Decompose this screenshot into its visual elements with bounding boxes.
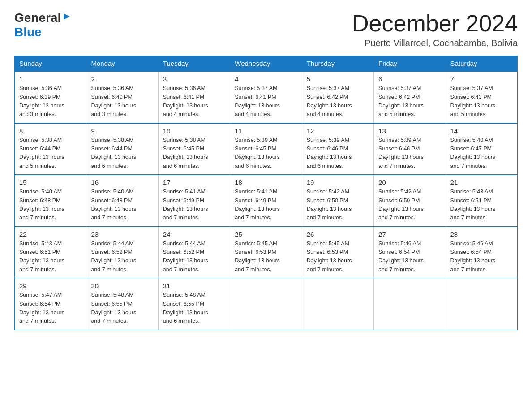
calendar-day-cell: 9 Sunrise: 5:38 AM Sunset: 6:44 PM Dayli… xyxy=(86,123,158,175)
day-number: 31 xyxy=(163,282,225,290)
day-info: Sunrise: 5:48 AM Sunset: 6:55 PM Dayligh… xyxy=(91,291,153,326)
day-number: 11 xyxy=(235,127,297,135)
day-info: Sunrise: 5:37 AM Sunset: 6:41 PM Dayligh… xyxy=(235,84,297,119)
calendar-day-cell: 31 Sunrise: 5:48 AM Sunset: 6:55 PM Dayl… xyxy=(158,278,230,330)
calendar-day-cell xyxy=(446,278,517,330)
calendar-week-row: 1 Sunrise: 5:36 AM Sunset: 6:39 PM Dayli… xyxy=(15,71,518,123)
day-info: Sunrise: 5:45 AM Sunset: 6:53 PM Dayligh… xyxy=(235,240,297,274)
day-info: Sunrise: 5:42 AM Sunset: 6:50 PM Dayligh… xyxy=(378,188,441,223)
day-number: 22 xyxy=(19,231,82,238)
weekday-header-monday: Monday xyxy=(86,56,158,72)
calendar-day-cell: 15 Sunrise: 5:40 AM Sunset: 6:48 PM Dayl… xyxy=(15,175,86,227)
location-subtitle: Puerto Villarroel, Cochabamba, Bolivia xyxy=(352,38,518,48)
day-number: 20 xyxy=(378,179,441,186)
calendar-day-cell: 6 Sunrise: 5:37 AM Sunset: 6:42 PM Dayli… xyxy=(374,71,446,123)
calendar-day-cell: 24 Sunrise: 5:44 AM Sunset: 6:52 PM Dayl… xyxy=(158,227,230,278)
calendar-day-cell: 2 Sunrise: 5:36 AM Sunset: 6:40 PM Dayli… xyxy=(86,71,158,123)
day-number: 18 xyxy=(235,179,297,186)
day-number: 5 xyxy=(307,75,369,83)
day-info: Sunrise: 5:46 AM Sunset: 6:54 PM Dayligh… xyxy=(450,240,513,274)
day-info: Sunrise: 5:40 AM Sunset: 6:47 PM Dayligh… xyxy=(450,136,513,171)
calendar-day-cell: 26 Sunrise: 5:45 AM Sunset: 6:53 PM Dayl… xyxy=(302,227,373,278)
calendar-week-row: 8 Sunrise: 5:38 AM Sunset: 6:44 PM Dayli… xyxy=(15,123,518,175)
day-number: 27 xyxy=(378,231,441,238)
day-number: 29 xyxy=(19,282,82,290)
day-number: 10 xyxy=(163,127,225,135)
calendar-day-cell: 3 Sunrise: 5:36 AM Sunset: 6:41 PM Dayli… xyxy=(158,71,230,123)
day-info: Sunrise: 5:44 AM Sunset: 6:52 PM Dayligh… xyxy=(91,240,153,274)
day-number: 12 xyxy=(307,127,369,135)
calendar-day-cell: 10 Sunrise: 5:38 AM Sunset: 6:45 PM Dayl… xyxy=(158,123,230,175)
calendar-day-cell: 16 Sunrise: 5:40 AM Sunset: 6:48 PM Dayl… xyxy=(86,175,158,227)
day-number: 1 xyxy=(19,75,82,83)
day-info: Sunrise: 5:39 AM Sunset: 6:45 PM Dayligh… xyxy=(235,136,297,171)
calendar-header: SundayMondayTuesdayWednesdayThursdayFrid… xyxy=(15,56,518,72)
day-number: 15 xyxy=(19,179,82,186)
day-info: Sunrise: 5:44 AM Sunset: 6:52 PM Dayligh… xyxy=(163,240,225,274)
calendar-day-cell: 5 Sunrise: 5:37 AM Sunset: 6:42 PM Dayli… xyxy=(302,71,373,123)
calendar-body: 1 Sunrise: 5:36 AM Sunset: 6:39 PM Dayli… xyxy=(15,71,518,330)
calendar-day-cell: 28 Sunrise: 5:46 AM Sunset: 6:54 PM Dayl… xyxy=(446,227,517,278)
calendar-day-cell: 29 Sunrise: 5:47 AM Sunset: 6:54 PM Dayl… xyxy=(15,278,86,330)
calendar-day-cell: 25 Sunrise: 5:45 AM Sunset: 6:53 PM Dayl… xyxy=(230,227,302,278)
day-number: 9 xyxy=(91,127,153,135)
day-number: 17 xyxy=(163,179,225,186)
day-info: Sunrise: 5:38 AM Sunset: 6:44 PM Dayligh… xyxy=(91,136,153,171)
calendar-day-cell: 13 Sunrise: 5:39 AM Sunset: 6:46 PM Dayl… xyxy=(374,123,446,175)
day-number: 14 xyxy=(450,127,513,135)
day-info: Sunrise: 5:38 AM Sunset: 6:45 PM Dayligh… xyxy=(163,136,225,171)
day-number: 13 xyxy=(378,127,441,135)
weekday-header-thursday: Thursday xyxy=(302,56,373,72)
day-info: Sunrise: 5:37 AM Sunset: 6:42 PM Dayligh… xyxy=(307,84,369,119)
logo-general-text: General xyxy=(14,11,61,25)
calendar-table: SundayMondayTuesdayWednesdayThursdayFrid… xyxy=(14,56,518,330)
day-number: 8 xyxy=(19,127,82,135)
day-number: 25 xyxy=(235,231,297,238)
day-number: 30 xyxy=(91,282,153,290)
calendar-day-cell: 4 Sunrise: 5:37 AM Sunset: 6:41 PM Dayli… xyxy=(230,71,302,123)
weekday-header-friday: Friday xyxy=(374,56,446,72)
day-number: 4 xyxy=(235,75,297,83)
day-info: Sunrise: 5:47 AM Sunset: 6:54 PM Dayligh… xyxy=(19,291,82,326)
weekday-header-tuesday: Tuesday xyxy=(158,56,230,72)
calendar-day-cell: 11 Sunrise: 5:39 AM Sunset: 6:45 PM Dayl… xyxy=(230,123,302,175)
calendar-day-cell: 14 Sunrise: 5:40 AM Sunset: 6:47 PM Dayl… xyxy=(446,123,517,175)
day-info: Sunrise: 5:38 AM Sunset: 6:44 PM Dayligh… xyxy=(19,136,82,171)
day-number: 21 xyxy=(450,179,513,186)
logo-general-line: General xyxy=(14,11,71,25)
calendar-week-row: 29 Sunrise: 5:47 AM Sunset: 6:54 PM Dayl… xyxy=(15,278,518,330)
calendar-day-cell: 27 Sunrise: 5:46 AM Sunset: 6:54 PM Dayl… xyxy=(374,227,446,278)
day-info: Sunrise: 5:36 AM Sunset: 6:39 PM Dayligh… xyxy=(19,84,82,119)
weekday-header-wednesday: Wednesday xyxy=(230,56,302,72)
calendar-day-cell xyxy=(374,278,446,330)
day-number: 19 xyxy=(307,179,369,186)
calendar-day-cell: 20 Sunrise: 5:42 AM Sunset: 6:50 PM Dayl… xyxy=(374,175,446,227)
day-info: Sunrise: 5:37 AM Sunset: 6:43 PM Dayligh… xyxy=(450,84,513,119)
weekday-header-sunday: Sunday xyxy=(15,56,86,72)
calendar-day-cell: 22 Sunrise: 5:43 AM Sunset: 6:51 PM Dayl… xyxy=(15,227,86,278)
calendar-day-cell: 12 Sunrise: 5:39 AM Sunset: 6:46 PM Dayl… xyxy=(302,123,373,175)
calendar-day-cell: 18 Sunrise: 5:41 AM Sunset: 6:49 PM Dayl… xyxy=(230,175,302,227)
weekday-header-saturday: Saturday xyxy=(446,56,517,72)
calendar-day-cell: 23 Sunrise: 5:44 AM Sunset: 6:52 PM Dayl… xyxy=(86,227,158,278)
day-number: 7 xyxy=(450,75,513,83)
calendar-day-cell: 21 Sunrise: 5:43 AM Sunset: 6:51 PM Dayl… xyxy=(446,175,517,227)
calendar-day-cell: 8 Sunrise: 5:38 AM Sunset: 6:44 PM Dayli… xyxy=(15,123,86,175)
day-number: 24 xyxy=(163,231,225,238)
logo-blue-text: Blue xyxy=(14,25,42,39)
logo: General Blue xyxy=(14,11,71,39)
day-number: 2 xyxy=(91,75,153,83)
logo-blue-line: Blue xyxy=(14,25,42,39)
day-info: Sunrise: 5:37 AM Sunset: 6:42 PM Dayligh… xyxy=(378,84,441,119)
day-number: 6 xyxy=(378,75,441,83)
page-header: General Blue December 2024 Puerto Villar… xyxy=(14,11,518,48)
day-info: Sunrise: 5:43 AM Sunset: 6:51 PM Dayligh… xyxy=(19,240,82,274)
svg-marker-0 xyxy=(64,13,70,20)
calendar-week-row: 22 Sunrise: 5:43 AM Sunset: 6:51 PM Dayl… xyxy=(15,227,518,278)
day-info: Sunrise: 5:40 AM Sunset: 6:48 PM Dayligh… xyxy=(91,188,153,223)
calendar-week-row: 15 Sunrise: 5:40 AM Sunset: 6:48 PM Dayl… xyxy=(15,175,518,227)
day-info: Sunrise: 5:45 AM Sunset: 6:53 PM Dayligh… xyxy=(307,240,369,274)
calendar-day-cell xyxy=(230,278,302,330)
day-info: Sunrise: 5:40 AM Sunset: 6:48 PM Dayligh… xyxy=(19,188,82,223)
weekday-header-row: SundayMondayTuesdayWednesdayThursdayFrid… xyxy=(15,56,518,72)
